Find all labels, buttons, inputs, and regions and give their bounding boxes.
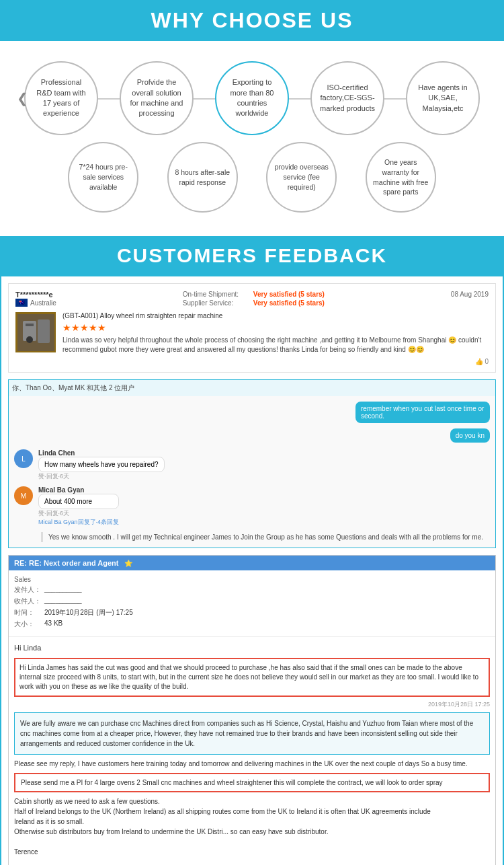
feature-text-5: Have agents in UK,SAE, Malaysia,etc (414, 83, 472, 114)
email-receiver-row: 收件人： __________ (14, 597, 490, 606)
on-time-label: On-time Shipment: (183, 291, 250, 298)
email-from-row: Sales (14, 576, 490, 583)
email-size-row: 大小： 43 KB (14, 619, 490, 629)
sender-value: __________ (44, 585, 82, 595)
chat-bubble-1: How many wheels have you repaired? (38, 457, 165, 472)
feature-circle-5: Have agents in UK,SAE, Malaysia,etc (406, 61, 480, 135)
email-greeting: Hi Linda (14, 642, 490, 654)
why-header: WHY CHOOSE US (0, 0, 504, 41)
features-container: ❮ Professional R&D team with 17 years of… (0, 54, 504, 213)
time-value: 2019年10月28日 (周一) 17:25 (44, 608, 133, 617)
review-header: T**********e 🇦🇺 Australie On-time Shipme… (15, 291, 489, 307)
product-thumbnail (15, 312, 56, 352)
why-title: WHY CHOOSE US (0, 8, 504, 33)
review-body: (GBT-A001) Alloy wheel rim straighten re… (15, 312, 489, 354)
email-meta: Sales 发件人： __________ 收件人： __________ 时间… (9, 570, 495, 637)
on-time-value: Very satisfied (5 stars) (253, 291, 325, 298)
email-sender-row: 发件人： __________ (14, 585, 490, 595)
chat-sub-1: 赞·回复·6天 (38, 472, 165, 481)
chat-section-1: 你、Than Oo、Myat MK 和其他 2 位用户 remember whe… (8, 379, 496, 548)
review-card: T**********e 🇦🇺 Australie On-time Shipme… (8, 283, 496, 373)
on-time-rating-row: On-time Shipment: Very satisfied (5 star… (183, 291, 325, 298)
chat-msg-1: L Linda Chen How many wheels have you re… (14, 449, 490, 481)
chat-header-text: 你、Than Oo、Myat MK 和其他 2 位用户 (12, 384, 134, 391)
chat-avatar-1: L (14, 449, 33, 468)
feature-text-9: One years warranty for machine with free… (372, 157, 429, 197)
email-subject: RE: RE: Next order and Agent (14, 559, 118, 567)
review-footer: 👍 0 (15, 358, 489, 365)
receiver-value: __________ (44, 597, 82, 606)
chat-name-2: Mical Ba Gyan (38, 486, 119, 494)
feedback-header: CUSTOMERS FEEDBACK (0, 236, 504, 275)
feature-text-6: 7*24 hours pre-sale services available (75, 162, 132, 192)
customers-feedback-section: CUSTOMERS FEEDBACK T**********e 🇦🇺 Austr… (0, 236, 504, 865)
size-value: 43 KB (44, 619, 62, 629)
email-time-row: 时间： 2019年10月28日 (周一) 17:25 (14, 608, 490, 617)
feature-circle-1: Professional R&D team with 17 years of e… (24, 61, 98, 135)
supplier-value: Very satisfied (5 stars) (253, 299, 325, 307)
feature-text-3: Exporting to more than 80 countries worl… (223, 77, 281, 119)
flag-icon: 🇦🇺 (15, 299, 28, 307)
feature-text-4: ISO-certified factory,CE-SGS-marked prod… (319, 83, 376, 114)
chat-reply-text: Yes we know smooth . I will get my Techn… (48, 533, 483, 541)
bottom-features-row: 7*24 hours pre-sale services available 8… (13, 142, 491, 213)
email-body2: Cabin shortly as we need to ask a few qu… (14, 796, 490, 857)
chat-bubble-2: About 400 more (38, 494, 119, 509)
email-body: Hi Linda Hi Linda James has said the cut… (9, 637, 495, 865)
feature-circle-3: Exporting to more than 80 countries worl… (215, 61, 289, 135)
feedback-content: T**********e 🇦🇺 Australie On-time Shipme… (0, 275, 504, 865)
info-box: We are fully aware we can purchase cnc M… (14, 712, 490, 755)
chat-section-header: 你、Than Oo、Myat MK 和其他 2 位用户 (9, 380, 495, 396)
svg-rect-2 (26, 324, 34, 326)
chat-avatar-2: M (14, 486, 33, 505)
chat-msg-2: M Mical Ba Gyan About 400 more 赞·回复·6天 M… (14, 486, 490, 527)
review-text: Linda was so very helpful throughout the… (62, 336, 489, 354)
review-text-area: (GBT-A001) Alloy wheel rim straighten re… (62, 312, 489, 354)
order-text: Please send me a PI for 4 large ovens 2 … (21, 779, 443, 786)
chat-right-msg-2: do you kn (450, 428, 490, 443)
timestamp-1: 2019年10月28日 17:25 (14, 700, 490, 710)
feature-text-1: Professional R&D team with 17 years of e… (32, 77, 90, 119)
email-subject-bar: RE: RE: Next order and Agent ⭐ (9, 556, 495, 570)
feature-text-8: provide overseas service (fee required) (273, 162, 330, 192)
feature-circle-7: 8 hours after-sale rapid response (167, 142, 238, 213)
why-choose-us-section: WHY CHOOSE US ❮ Professional R&D team wi… (0, 0, 504, 226)
product-name: (GBT-A001) Alloy wheel rim straighten re… (62, 312, 489, 319)
like-count: 👍 0 (475, 358, 489, 365)
sales-label: Sales (14, 576, 41, 583)
time-label: 时间： (14, 608, 41, 617)
reviewer-info: T**********e 🇦🇺 Australie (15, 291, 56, 307)
feature-circle-4: ISO-certified factory,CE-SGS-marked prod… (310, 61, 384, 135)
feature-circle-6: 7*24 hours pre-sale services available (68, 142, 138, 213)
chat-sub-2: 赞·回复·6天 (38, 509, 119, 518)
fa-label: 发件人： (14, 585, 41, 595)
reviewer-country: 🇦🇺 Australie (15, 299, 56, 307)
chat-right-msg-1: remember when you cut last once time or … (355, 402, 490, 423)
to-label: 收件人： (14, 597, 41, 606)
highlighted-box-1: Hi Linda James has said the cut was good… (14, 658, 490, 697)
top-features-row: ❮ Professional R&D team with 17 years of… (13, 61, 491, 135)
size-label: 大小： (14, 619, 41, 629)
info-text: We are fully aware we can purchase cnc M… (20, 720, 473, 747)
chevron-left-icon[interactable]: ❮ (17, 90, 28, 106)
svg-point-3 (26, 336, 33, 343)
review-date: 08 Aug 2019 (451, 291, 489, 307)
chat-name-1: Linda Chen (38, 449, 165, 457)
feature-circle-8: provide overseas service (fee required) (266, 142, 337, 213)
star-rating: ★★★★★ (62, 322, 489, 333)
order-highlight-box: Please send me a PI for 4 large ovens 2 … (14, 773, 490, 792)
highlighted-text-1: Hi Linda James has said the cut was good… (19, 664, 478, 690)
svg-rect-4 (38, 319, 50, 343)
supplier-rating-row: Supplier Service: Very satisfied (5 star… (183, 299, 325, 307)
feature-text-7: 8 hours after-sale rapid response (174, 167, 231, 187)
email-body-text: Please see my reply, I have customers he… (14, 759, 490, 769)
supplier-label: Supplier Service: (183, 299, 250, 307)
feature-text-2: Profvide the overall solution for machin… (128, 77, 185, 119)
chat-reply-link[interactable]: Mical Ba Gyan回复了·4条回复 (38, 518, 119, 527)
feedback-title: CUSTOMERS FEEDBACK (0, 244, 504, 267)
feature-circle-9: One years warranty for machine with free… (366, 142, 436, 213)
country-name: Australie (30, 299, 56, 307)
reviewer-name: T**********e (15, 291, 56, 299)
review-ratings: On-time Shipment: Very satisfied (5 star… (183, 291, 325, 307)
email-section: RE: RE: Next order and Agent ⭐ Sales 发件人… (8, 555, 496, 865)
